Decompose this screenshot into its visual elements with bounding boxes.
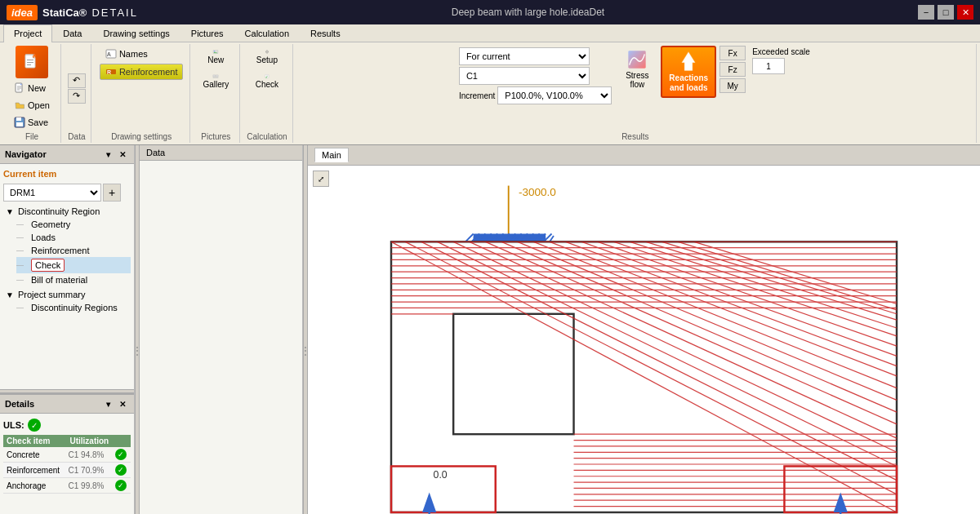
- increment-dropdown[interactable]: P100.0%, V100.0%: [497, 86, 612, 104]
- tab-project[interactable]: Project: [3, 24, 52, 42]
- new-button[interactable]: New: [8, 80, 56, 96]
- check-item-code: C1 94.8%: [65, 447, 113, 463]
- navigator-content: Current item DRM1 + ▼ Discontinuity Regi…: [0, 164, 134, 389]
- uls-status-icon: ✓: [28, 419, 41, 432]
- table-row: Anchorage C1 99.8% ✓: [3, 478, 131, 494]
- for-current-group: For current C1 Increment P100.0%, V100.0…: [457, 46, 613, 106]
- details-pin-button[interactable]: ▾: [101, 397, 114, 410]
- svg-point-21: [214, 51, 216, 52]
- logo: idea: [7, 5, 38, 20]
- tree-line-reinforcement: —: [16, 246, 28, 255]
- check-table-header-item: Check item: [3, 435, 65, 447]
- details-panel: Details ▾ ✕ ULS: ✓ Check item Utilizatio…: [0, 393, 134, 514]
- navigator-pin-button[interactable]: ▾: [101, 148, 114, 161]
- table-row: Reinforcement C1 70.9% ✓: [3, 463, 131, 478]
- title-controls: − □ ✕: [918, 5, 973, 20]
- check-table: Check item Utilization Concrete C1 94.8%…: [3, 435, 131, 494]
- check-item-status: ✓: [112, 478, 131, 494]
- setup-button[interactable]: Setup: [249, 46, 285, 69]
- gallery-button[interactable]: Gallery: [197, 70, 234, 93]
- group-drawing: A Names R Reinforcement Drawing settings: [93, 44, 191, 143]
- discontinuity-region-label: Discontinuity Region: [18, 206, 100, 216]
- svg-rect-23: [216, 75, 219, 77]
- tree-child-disc-regions: — Discontinuity Regions: [3, 301, 131, 314]
- reactions-loads-button[interactable]: Reactions and loads: [661, 46, 716, 98]
- tab-calculation[interactable]: Calculation: [234, 24, 300, 42]
- reinforcement-button[interactable]: R Reinforcement: [100, 64, 184, 80]
- expand-icon-discontinuity[interactable]: ▼: [5, 206, 15, 216]
- current-item-dropdown[interactable]: DRM1: [3, 184, 101, 202]
- exceeded-scale-input[interactable]: [752, 58, 785, 74]
- close-button[interactable]: ✕: [957, 5, 973, 20]
- new-picture-button[interactable]: New: [198, 46, 234, 69]
- main-tab-item[interactable]: Main: [314, 148, 349, 162]
- svg-rect-22: [213, 75, 216, 77]
- group-file: New Open Save File: [3, 44, 61, 143]
- tree-item-discontinuity-region[interactable]: ▼ Discontinuity Region: [3, 205, 131, 218]
- group-pictures: New Gallery Pictures: [192, 44, 240, 143]
- tree-line-loads: —: [16, 233, 28, 241]
- group-data-label: Data: [68, 131, 85, 141]
- my-button[interactable]: My: [719, 78, 746, 93]
- main-tab-bar: Main: [308, 145, 980, 166]
- details-close-button[interactable]: ✕: [116, 397, 129, 410]
- uls-row: ULS: ✓: [3, 417, 131, 433]
- tree-item-reinforcement[interactable]: — Reinforcement: [16, 244, 131, 257]
- stress-flow-button[interactable]: Stress flow: [617, 46, 657, 93]
- maximize-button[interactable]: □: [938, 5, 954, 20]
- gallery-label: Gallery: [203, 80, 229, 89]
- setup-label: Setup: [256, 55, 278, 64]
- group-results-label: Results: [621, 131, 648, 141]
- svg-rect-24: [213, 78, 216, 78]
- expand-icon-project[interactable]: ▼: [5, 290, 15, 299]
- project-summary-label: Project summary: [18, 290, 86, 299]
- undo-button[interactable]: ↶: [68, 73, 86, 88]
- navigator-close-button[interactable]: ✕: [116, 148, 129, 161]
- open-label: Open: [28, 100, 50, 110]
- exceeded-scale-group: Exceeded scale: [749, 46, 813, 76]
- file-icon-button[interactable]: [16, 46, 48, 78]
- tree-item-bill[interactable]: — Bill of material: [16, 273, 131, 286]
- open-button[interactable]: Open: [8, 97, 56, 113]
- check-item-code: C1 70.9%: [65, 463, 113, 478]
- tab-results[interactable]: Results: [300, 24, 351, 42]
- ribbon: Project Data Drawing settings Pictures C…: [0, 24, 980, 145]
- stress-flow-label: Stress flow: [626, 71, 648, 89]
- exceeded-scale-label: Exceeded scale: [752, 47, 810, 56]
- group-pictures-label: Pictures: [201, 131, 230, 141]
- tree-line-bill: —: [16, 276, 28, 284]
- expand-canvas-button[interactable]: ⤢: [313, 171, 329, 187]
- check-item-status: ✓: [112, 463, 131, 478]
- svg-rect-32: [265, 75, 269, 78]
- tree-item-check[interactable]: — Check: [16, 257, 131, 273]
- for-current-dropdown[interactable]: For current: [459, 47, 590, 65]
- redo-button[interactable]: ↷: [68, 89, 86, 104]
- check-calc-button[interactable]: Check: [249, 70, 285, 93]
- check-table-header-util: Utilization: [65, 435, 113, 447]
- combo-dropdown[interactable]: C1: [459, 67, 590, 85]
- fz-button[interactable]: Fz: [719, 62, 746, 77]
- details-header-icons: ▾ ✕: [101, 397, 129, 410]
- navigator-header-icons: ▾ ✕: [101, 148, 129, 161]
- tree-item-project-summary[interactable]: ▼ Project summary: [3, 288, 131, 301]
- tab-data[interactable]: Data: [52, 24, 92, 42]
- main-canvas-svg: -3000.0: [308, 166, 980, 514]
- data-tab[interactable]: Data: [140, 145, 302, 161]
- tab-pictures[interactable]: Pictures: [180, 24, 234, 42]
- names-button[interactable]: A Names: [100, 46, 154, 62]
- new-picture-label: New: [207, 55, 224, 64]
- save-button[interactable]: Save: [8, 114, 56, 131]
- fx-button[interactable]: Fx: [719, 46, 746, 60]
- ribbon-content: New Open Save File ↶: [0, 42, 980, 144]
- tab-drawing-settings[interactable]: Drawing settings: [93, 24, 180, 42]
- add-item-button[interactable]: +: [103, 184, 121, 202]
- current-item-label: Current item: [3, 167, 131, 180]
- ribbon-tabs: Project Data Drawing settings Pictures C…: [0, 24, 980, 42]
- left-top-value: 0.0: [434, 469, 448, 481]
- minimize-button[interactable]: −: [918, 5, 934, 20]
- svg-rect-58: [453, 314, 573, 434]
- details-title: Details: [5, 399, 34, 409]
- tree-item-geometry[interactable]: — Geometry: [16, 218, 131, 231]
- tree-item-loads[interactable]: — Loads: [16, 231, 131, 244]
- tree-item-disc-regions[interactable]: — Discontinuity Regions: [16, 301, 131, 314]
